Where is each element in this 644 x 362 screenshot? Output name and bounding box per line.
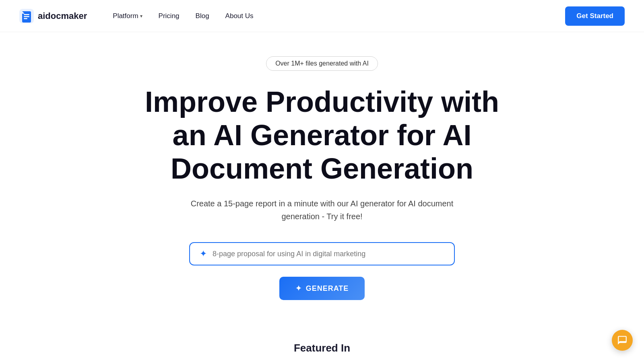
- chat-icon: [617, 335, 627, 346]
- hero-badge: Over 1M+ files generated with AI: [266, 56, 378, 71]
- brand-name: aidocmaker: [38, 11, 87, 21]
- hero-section: Over 1M+ files generated with AI Improve…: [0, 32, 644, 342]
- generate-button[interactable]: ✦ GENERATE: [279, 277, 365, 300]
- wand-icon: ✦: [295, 284, 302, 293]
- chevron-down-icon: ▾: [140, 13, 142, 19]
- logo-icon: [19, 9, 34, 23]
- featured-section: Featured In WIRED PC guide.: [0, 342, 644, 362]
- chat-widget-button[interactable]: [612, 330, 633, 351]
- hero-title: Improve Productivity with an AI Generato…: [141, 85, 503, 185]
- nav-links: Platform ▾ Pricing Blog About Us: [106, 9, 565, 23]
- get-started-button[interactable]: Get Started: [565, 6, 625, 26]
- sparkle-icon: ✦: [200, 249, 207, 259]
- nav-pricing[interactable]: Pricing: [152, 9, 186, 23]
- prompt-input-box: ✦: [189, 242, 455, 265]
- svg-rect-4: [24, 18, 27, 19]
- nav-platform[interactable]: Platform ▾: [106, 9, 149, 23]
- prompt-input[interactable]: [213, 250, 444, 258]
- featured-title: Featured In: [294, 342, 350, 354]
- svg-rect-2: [24, 14, 29, 15]
- hero-subtitle: Create a 15-page report in a minute with…: [181, 197, 463, 223]
- logo-link[interactable]: aidocmaker: [19, 9, 87, 23]
- svg-rect-3: [24, 16, 29, 17]
- navbar: aidocmaker Platform ▾ Pricing Blog About…: [0, 0, 644, 32]
- nav-blog[interactable]: Blog: [189, 9, 216, 23]
- nav-about[interactable]: About Us: [219, 9, 260, 23]
